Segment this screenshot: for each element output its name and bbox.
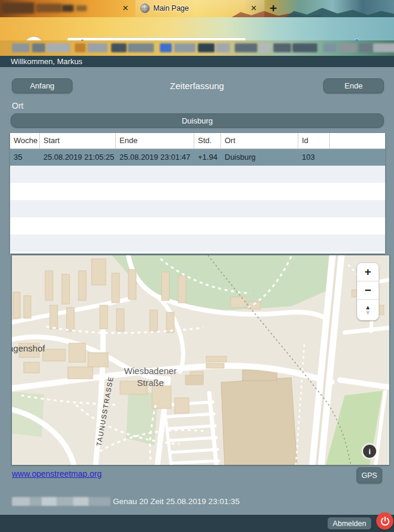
bookmarks-bar-censored — [0, 40, 394, 56]
ende-button[interactable]: Ende — [323, 78, 384, 93]
col-woche[interactable]: Woche — [10, 133, 40, 148]
status-text: Genau 20 Zeit 25.08.2019 23:01:35 — [113, 497, 239, 506]
col-ort[interactable]: Ort — [221, 133, 298, 148]
tab-main-page[interactable]: Main Page × — [135, 0, 264, 17]
map-canvas: agenshof Wiesbadener Straße TAUNUSSTRASS… — [12, 255, 389, 465]
col-ende[interactable]: Ende — [116, 133, 194, 148]
col-start[interactable]: Start — [40, 133, 116, 148]
welcome-text: Willkommen, Markus — [11, 57, 83, 66]
map-label-wiesbadener: Wiesbadener — [124, 366, 176, 376]
info-icon: i — [363, 445, 376, 458]
location-button[interactable]: Duisburg — [11, 113, 384, 128]
browser-window: × Main Page × + — [0, 0, 394, 532]
close-icon[interactable]: × — [248, 2, 260, 14]
spinner-down-icon: ▼ — [365, 310, 371, 315]
table-header-row: Woche Start Ende Std. Ort Id — [10, 133, 385, 149]
gps-button[interactable]: GPS — [357, 467, 382, 483]
table-empty-row — [10, 183, 385, 200]
map[interactable]: agenshof Wiesbadener Straße TAUNUSSTRASS… — [12, 255, 389, 465]
table-empty-row — [10, 217, 385, 235]
cell-id: 103 — [298, 149, 330, 166]
cell-start: 25.08.2019 21:05:25 — [40, 149, 116, 166]
navigation-toolbar: 127.0.0.1:8080 — [0, 17, 394, 40]
map-label-hagenshof: agenshof — [12, 343, 46, 353]
cell-woche: 35 — [10, 149, 40, 166]
close-icon[interactable]: × — [119, 2, 131, 14]
cell-ende: 25.08.2019 23:01:47 — [116, 149, 194, 166]
zoom-in-button[interactable]: + — [357, 263, 379, 281]
cell-ort: Duisburg — [221, 149, 298, 166]
tab-bar: × Main Page × + — [0, 0, 394, 17]
tab-censored[interactable]: × — [0, 0, 135, 17]
power-icon — [379, 515, 391, 527]
col-std[interactable]: Std. — [194, 133, 221, 148]
new-tab-button[interactable]: + — [267, 1, 280, 15]
osm-link[interactable]: www.openstreetmap.org — [12, 469, 102, 479]
col-id[interactable]: Id — [298, 133, 330, 148]
status-censored-block — [12, 497, 111, 506]
globe-favicon-icon — [140, 4, 150, 13]
welcome-bar: Willkommen, Markus — [0, 56, 394, 67]
ort-label: Ort — [12, 101, 23, 110]
time-table: Woche Start Ende Std. Ort Id 35 25.08.20… — [10, 133, 385, 254]
table-empty-row — [10, 200, 385, 217]
cell-std: +1.94 — [194, 149, 221, 166]
logout-button[interactable]: Abmelden — [327, 517, 371, 530]
theme-mountain-ridge — [285, 5, 394, 17]
table-empty-row — [10, 166, 385, 183]
power-button[interactable] — [376, 512, 393, 530]
zoom-out-button[interactable]: − — [357, 281, 379, 300]
table-empty-row — [10, 235, 385, 252]
map-label-strasse: Straße — [137, 378, 163, 388]
map-attribution-button[interactable]: i — [361, 443, 378, 460]
zoom-spinner-button[interactable]: ▲ ▼ — [357, 300, 379, 320]
col-empty — [330, 133, 385, 148]
map-zoom-control: + − ▲ ▼ — [357, 262, 379, 321]
tab-title: Main Page — [153, 4, 189, 12]
table-row-selected[interactable]: 35 25.08.2019 21:05:25 25.08.2019 23:01:… — [10, 149, 385, 166]
